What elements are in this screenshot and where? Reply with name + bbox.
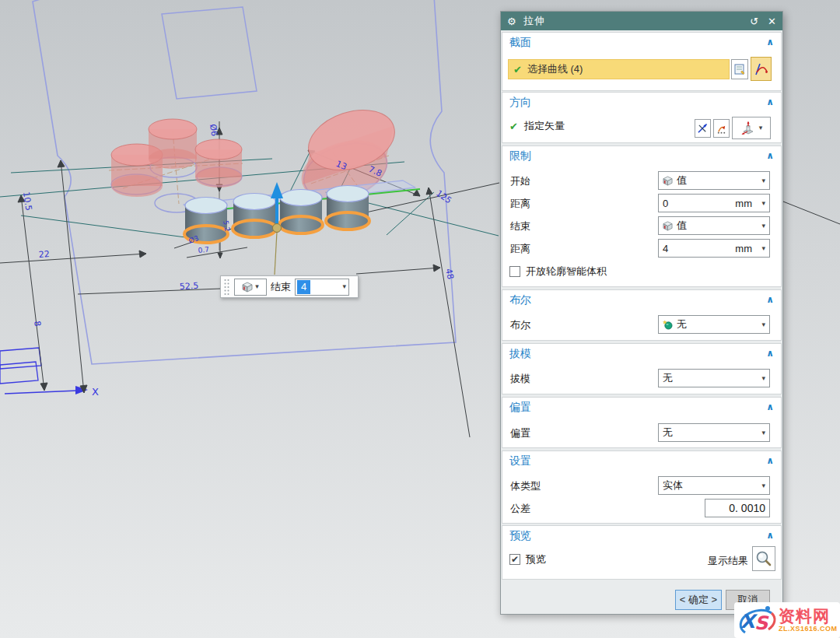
collapse-chevron-icon[interactable]: ∧ [766, 344, 774, 363]
draft-label: 拔模 [510, 372, 530, 386]
sketch-section-button[interactable] [731, 59, 748, 79]
end-label: 结束 [510, 219, 530, 233]
watermark-name: 资料网 [779, 608, 838, 624]
body-type-label: 体类型 [510, 479, 541, 493]
boolean-label: 布尔 [510, 318, 530, 332]
extrude-dialog: ⚙ 拉伸 ↺ ✕ 截面 ∧ ✔ 选择曲线 (4) [500, 11, 783, 615]
cube-icon [663, 176, 673, 186]
group-boolean: 布尔 ∧ 布尔 无 ▾ [502, 289, 782, 341]
group-settings: 设置 ∧ 体类型 实体 ▾ 公差 0. 0010 [502, 450, 782, 524]
onscreen-input-toolbar[interactable]: ▾ 结束 4 ▾ [220, 275, 359, 298]
sketch-rectangle[interactable] [162, 7, 257, 99]
end-distance-input[interactable]: 4 mm ▾ [658, 239, 770, 258]
face-normal-vector-icon [740, 121, 756, 136]
preview-checkbox-row[interactable]: ✔ 预览 [509, 552, 546, 566]
group-limits: 限制 ∧ 开始 值 ▾ 距离 0 mm ▾ 结束 [502, 145, 782, 287]
tolerance-label: 公差 [510, 502, 530, 516]
watermark-url: ZL.XS1616.COM [779, 626, 838, 633]
direction-arrow-handle[interactable] [271, 182, 283, 275]
show-result-button[interactable] [752, 546, 775, 571]
sketch-slots[interactable] [0, 348, 41, 384]
cube-icon [663, 221, 673, 231]
xs-logo: X S [736, 603, 778, 637]
collapse-chevron-icon[interactable]: ∧ [766, 451, 774, 471]
specify-vector-label: 指定矢量 [524, 119, 565, 133]
pink-cylinder [195, 139, 242, 188]
extrude-cylinder [233, 194, 275, 239]
tolerance-input[interactable]: 0. 0010 [705, 499, 770, 517]
preview-checkbox[interactable]: ✔ [509, 554, 520, 565]
group-limits-header[interactable]: 限制 ∧ [502, 146, 781, 166]
group-preview: 预览 ∧ ✔ 预览 显示结果 [502, 525, 782, 580]
ok-button[interactable]: < 确定 > [675, 590, 722, 610]
start-distance-label: 距离 [510, 197, 530, 211]
close-icon[interactable]: ✕ [768, 16, 776, 26]
end-distance-label: 结束 [271, 280, 291, 294]
svg-text:52.5: 52.5 [179, 281, 198, 292]
boolean-none-icon [663, 320, 673, 330]
reset-icon[interactable]: ↺ [750, 16, 758, 26]
curve-select-button[interactable] [751, 57, 772, 81]
open-profile-checkbox[interactable] [509, 266, 520, 277]
caret-down-icon: ▾ [342, 283, 346, 290]
extrude-cylinder [280, 190, 322, 235]
pink-cylinder-cluster[interactable] [111, 119, 242, 197]
group-preview-header[interactable]: 预览 ∧ [502, 526, 781, 545]
vector-dialog-button[interactable] [695, 119, 711, 138]
draft-dropdown[interactable]: 无 ▾ [658, 369, 770, 387]
boolean-dropdown[interactable]: 无 ▾ [658, 315, 770, 334]
group-boolean-header[interactable]: 布尔 ∧ [502, 290, 781, 310]
offset-dropdown[interactable]: 无 ▾ [658, 423, 770, 442]
group-direction-header[interactable]: 方向 ∧ [502, 93, 781, 112]
select-curve-row[interactable]: ✔ 选择曲线 (4) [508, 59, 730, 79]
svg-text:22: 22 [38, 249, 50, 260]
dialog-titlebar[interactable]: ⚙ 拉伸 ↺ ✕ [501, 12, 782, 30]
check-icon: ✔ [513, 64, 522, 75]
group-settings-header[interactable]: 设置 ∧ [502, 451, 781, 471]
group-section: 截面 ∧ ✔ 选择曲线 (4) [502, 32, 782, 91]
group-draft: 拔模 ∧ 拔模 无 ▾ [502, 343, 782, 394]
inferred-vector-button[interactable] [713, 119, 730, 138]
collapse-chevron-icon[interactable]: ∧ [766, 146, 774, 166]
start-label: 开始 [510, 174, 530, 188]
cube-icon [242, 282, 253, 293]
caret-down-icon: ▾ [761, 321, 765, 328]
caret-down-icon: ▾ [759, 124, 763, 131]
x-axis-label: X [92, 386, 99, 398]
caret-down-icon: ▾ [761, 177, 765, 184]
vector-type-dropdown[interactable]: ▾ [732, 117, 771, 139]
svg-text:125: 125 [434, 188, 453, 206]
open-profile-checkbox-row[interactable]: 开放轮廓智能体积 [509, 265, 607, 279]
dialog-title: 拉伸 [523, 14, 545, 28]
caret-down-icon: ▾ [761, 244, 765, 252]
collapse-chevron-icon[interactable]: ∧ [766, 93, 774, 112]
collapse-chevron-icon[interactable]: ∧ [766, 526, 774, 545]
watermark: X S 资料网 ZL.XS1616.COM [734, 602, 840, 638]
point-vector-icon [716, 123, 727, 135]
group-offset: 偏置 ∧ 偏置 无 ▾ [502, 397, 782, 448]
drag-handle[interactable] [223, 279, 230, 296]
start-distance-input[interactable]: 0 mm ▾ [658, 194, 770, 212]
end-distance-value[interactable]: 4 [297, 280, 310, 294]
body-type-dropdown[interactable]: 实体 ▾ [658, 476, 770, 495]
end-mode-dropdown[interactable]: 值 ▾ [658, 216, 770, 235]
specify-vector-row: ✔ 指定矢量 [509, 119, 565, 133]
group-offset-header[interactable]: 偏置 ∧ [502, 398, 781, 417]
group-direction: 方向 ∧ ✔ 指定矢量 [502, 92, 782, 143]
pink-cylinder [149, 119, 197, 169]
gear-icon: ⚙ [507, 16, 516, 27]
nx-extrude-screen: { "icons": { "caret": "▾", "chevron_coll… [0, 0, 840, 638]
start-mode-dropdown[interactable]: 值 ▾ [658, 171, 770, 190]
collapse-chevron-icon[interactable]: ∧ [766, 290, 774, 310]
end-distance-label: 距离 [510, 242, 530, 256]
svg-text:S: S [754, 612, 769, 634]
end-mode-dropdown[interactable]: ▾ [234, 279, 267, 296]
end-distance-input[interactable]: 4 ▾ [295, 279, 349, 296]
caret-down-icon: ▾ [255, 283, 259, 290]
collapse-chevron-icon[interactable]: ∧ [766, 398, 774, 417]
collapse-chevron-icon[interactable]: ∧ [766, 33, 774, 52]
offset-label: 偏置 [510, 426, 530, 440]
svg-text:48: 48 [443, 268, 456, 280]
group-draft-header[interactable]: 拔模 ∧ [502, 344, 781, 363]
group-section-header[interactable]: 截面 ∧ [502, 33, 781, 52]
